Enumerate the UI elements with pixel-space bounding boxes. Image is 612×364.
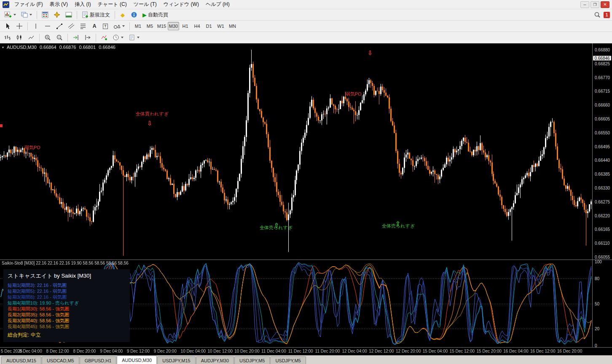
indicator-header: Saikix-Sto8 [M30] 22.16 22.16 22.16 19.9… [2, 261, 129, 265]
chart-shift-button[interactable] [82, 33, 93, 42]
candlestick-chart-button[interactable] [14, 33, 25, 42]
toolbar-separator [115, 11, 115, 19]
market-watch-button[interactable] [40, 10, 51, 19]
time-label: 8 Dec 20:00 [73, 349, 96, 353]
fibonacci-button[interactable] [78, 21, 89, 31]
bar-chart-icon [4, 34, 11, 41]
chart-tab-0-audusd-m15[interactable]: AUDUSD,M15 [1, 356, 41, 364]
chart-tab-6-usdjpy-m5[interactable]: USDJPY,M5 [234, 356, 270, 364]
zoom-out-icon [56, 34, 63, 41]
templates-button[interactable] [126, 33, 142, 42]
menu-window[interactable]: ウィンドウ (W) [160, 0, 202, 9]
indicator-scale[interactable]: 1008050200 [592, 260, 612, 347]
text-label-button[interactable]: T [100, 21, 110, 31]
price-label: 0.66495 [595, 144, 610, 149]
chart-tab-5-audjpy-m30[interactable]: AUDJPY,M30 [196, 356, 234, 364]
toolbar-separator [96, 34, 96, 42]
info-line-3: 短期3(期間8): 22.16 - 弱気圏 [8, 294, 126, 300]
indicator-scale-label: 80 [595, 276, 599, 281]
bar-chart-button[interactable] [2, 33, 13, 42]
channel-button[interactable] [66, 21, 77, 31]
close-button[interactable]: ✕ [601, 1, 609, 8]
window-controls: ─ ❐ ✕ [580, 1, 610, 8]
indicators-button[interactable] [99, 33, 110, 42]
indicator-scale-label: 50 [595, 301, 599, 306]
menu-view[interactable]: 表示 (V) [46, 0, 71, 9]
menu-insert[interactable]: 挿入 (I) [71, 0, 94, 9]
overbought-label: 全体買われすぎ [136, 111, 169, 117]
search-button[interactable] [592, 10, 603, 19]
chart-tab-7-usdjpy-m5[interactable]: USDJPY,M5 [270, 356, 306, 364]
line-chart-icon [28, 34, 35, 41]
info-line-7: 長期3(期間40): 58.56 - 強気圏 [8, 318, 126, 324]
info-line-5: 長期1(期間30): 58.56 - 強気圏 [8, 306, 126, 312]
line-chart-button[interactable] [26, 33, 37, 42]
indicator-scale-label: 0 [595, 343, 597, 348]
menu-charts[interactable]: チャート (C) [94, 0, 130, 9]
time-label: 10 Dec 12:00 [207, 349, 233, 353]
text-button[interactable]: A [89, 21, 99, 31]
price-label: 0.66275 [595, 199, 610, 204]
menu-tools[interactable]: ツール (T) [130, 0, 160, 9]
info-line-1: 短期1(期間3): 22.16 - 弱気圏 [8, 282, 126, 288]
trendline-button[interactable] [54, 21, 65, 31]
minimize-button[interactable]: ─ [580, 1, 589, 8]
autotrading-icon: ▶ [142, 12, 147, 18]
shapes-button[interactable] [111, 21, 127, 31]
auto-scroll-button[interactable] [70, 33, 81, 42]
timeframe-h1-button[interactable]: H1 [180, 22, 191, 30]
profiles-button[interactable] [19, 10, 34, 19]
timeframe-mn-button[interactable]: MN [227, 22, 238, 30]
zoom-out-button[interactable] [54, 33, 65, 42]
timeframe-h4-button[interactable]: H4 [191, 22, 203, 30]
menu-help[interactable]: ヘルプ (H) [202, 0, 233, 9]
chart-tab-3-audusd-m30[interactable]: AUDUSD,M30 [117, 356, 157, 364]
timeframe-d1-button[interactable]: D1 [203, 22, 215, 30]
app-logo-icon [3, 1, 9, 8]
timeframe-m15-button[interactable]: M15 [156, 22, 167, 30]
cursor-button[interactable] [2, 21, 13, 31]
time-axis[interactable]: 5 Dec 20258 Dec 04:008 Dec 12:008 Dec 20… [0, 348, 612, 355]
chart-tab-2-gbpusd-h1[interactable]: GBPUSD,H1 [80, 356, 117, 364]
navigator-button[interactable] [51, 10, 62, 19]
time-label: 9 Dec 20:00 [154, 349, 177, 353]
main-chart-area: ▾ AUDUSD,M30 0.66864 0.66876 0.66801 0.6… [0, 43, 612, 260]
autotrading-button[interactable]: ▶ 自動売買 [140, 10, 170, 19]
bearish-po-left-label: 弱気PO [24, 145, 40, 151]
time-label: 11 Dec 12:00 [288, 349, 313, 353]
info-button[interactable] [129, 10, 140, 19]
crosshair-button[interactable] [14, 21, 25, 31]
toolbar-separator [129, 22, 130, 30]
metaeditor-button[interactable]: ◆ [118, 10, 128, 19]
timeframe-m1-button[interactable]: M1 [132, 22, 144, 30]
search-icon [594, 11, 601, 18]
horizontal-line-button[interactable] [42, 21, 53, 31]
zoom-in-icon [44, 34, 51, 41]
price-scale[interactable]: 0.668800.668250.667700.667150.666600.666… [592, 43, 612, 260]
chart-tab-4-usdjpy-m15[interactable]: USDJPY,M15 [157, 356, 195, 364]
current-price-tag: 0.66846 [593, 56, 611, 61]
time-label: 8 Dec 12:00 [46, 349, 69, 353]
zoom-in-button[interactable] [42, 33, 53, 42]
new-chart-icon [4, 11, 12, 18]
new-order-button[interactable]: 新規注文 [80, 10, 112, 19]
clock-icon [113, 34, 119, 41]
timeframe-w1-button[interactable]: W1 [215, 22, 226, 30]
menu-file[interactable]: ファイル (F) [11, 0, 46, 9]
periods-button[interactable] [110, 33, 126, 42]
restore-button[interactable]: ❐ [591, 1, 599, 8]
chart-tab-1-usdcad-m5[interactable]: USDCAD,M5 [42, 356, 79, 364]
chart-shift-icon [84, 34, 91, 41]
timeframe-m5-button[interactable]: M5 [144, 22, 156, 30]
vertical-line-button[interactable] [30, 21, 41, 31]
toolbar-separator [39, 34, 40, 42]
new-chart-button[interactable] [2, 10, 18, 19]
crosshair-icon [16, 23, 23, 29]
terminal-button[interactable] [63, 10, 74, 19]
indicator-scale-label: 20 [595, 327, 599, 331]
main-chart-canvas[interactable] [0, 43, 592, 260]
auto-scroll-icon [72, 34, 79, 41]
timeframe-m30-button[interactable]: M30 [168, 22, 179, 30]
notification-badge[interactable]: 1 [604, 12, 610, 18]
oversold-up-arrow-1: ⇧ [274, 222, 279, 229]
